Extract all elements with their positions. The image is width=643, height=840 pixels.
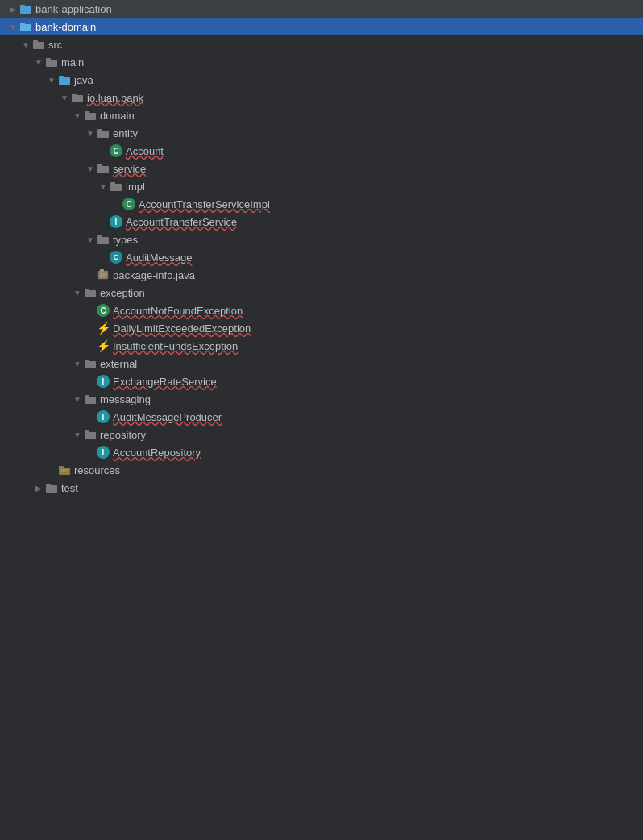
- tree-row-AccountTransferServiceImpl[interactable]: C AccountTransferServiceImpl: [0, 195, 643, 213]
- label-domain: domain: [100, 110, 135, 122]
- svg-rect-2: [20, 24, 31, 31]
- label-src: src: [48, 39, 62, 51]
- arrow-src[interactable]: [19, 38, 32, 51]
- folder-icon-entity: [97, 127, 110, 139]
- svg-rect-3: [20, 23, 25, 25]
- arrow-impl[interactable]: [97, 180, 110, 193]
- badge-AuditMessage: C: [110, 251, 122, 264]
- arrow-bank-domain[interactable]: [6, 20, 19, 33]
- badge-Account: C: [110, 144, 122, 157]
- folder-icon-repository: [84, 428, 97, 441]
- svg-rect-39: [46, 484, 51, 486]
- folder-icon-src: [32, 38, 45, 51]
- svg-rect-30: [85, 397, 96, 404]
- label-AuditMessageProducer: AuditMessageProducer: [113, 411, 222, 423]
- tree-row-AuditMessage[interactable]: C AuditMessage: [0, 248, 643, 266]
- arrow-entity[interactable]: [84, 127, 97, 139]
- badge-DailyLimitExceededException: ⚡: [97, 322, 110, 335]
- svg-rect-31: [85, 395, 89, 397]
- tree-row-java[interactable]: java: [0, 71, 643, 89]
- label-InsufficientFundsException: InsufficientFundsException: [113, 340, 238, 352]
- tree-row-messaging[interactable]: messaging: [0, 390, 643, 408]
- arrow-messaging[interactable]: [71, 393, 84, 405]
- tree-row-DailyLimitExceededException[interactable]: ⚡ DailyLimitExceededException: [0, 319, 643, 337]
- label-AccountRepository: AccountRepository: [113, 447, 201, 459]
- tree-row-ExchangeRateService[interactable]: I ExchangeRateService: [0, 372, 643, 390]
- arrow-service[interactable]: [84, 162, 97, 175]
- svg-rect-26: [85, 290, 96, 297]
- tree-row-Account[interactable]: C Account: [0, 142, 643, 160]
- tree-row-external[interactable]: external: [0, 355, 643, 372]
- tree-row-main[interactable]: main: [0, 53, 643, 71]
- folder-icon-impl: [110, 180, 122, 193]
- svg-rect-33: [85, 430, 89, 433]
- arrow-domain[interactable]: [71, 109, 84, 122]
- svg-rect-10: [72, 95, 83, 102]
- folder-icon-main: [45, 56, 58, 69]
- tree-row-AuditMessageProducer[interactable]: I AuditMessageProducer: [0, 408, 643, 426]
- label-AuditMessage: AuditMessage: [126, 252, 192, 264]
- label-external: external: [100, 358, 137, 370]
- tree-row-AccountNotFoundException[interactable]: C AccountNotFoundException: [0, 301, 643, 319]
- label-messaging: messaging: [100, 393, 151, 405]
- tree-row-types[interactable]: types: [0, 231, 643, 248]
- tree-row-io-luan-bank[interactable]: io.luan.bank: [0, 89, 643, 106]
- svg-rect-5: [33, 40, 38, 43]
- tree-row-test[interactable]: test: [0, 479, 643, 497]
- label-main: main: [61, 56, 84, 69]
- tree-row-bank-application[interactable]: bank-application: [0, 0, 643, 18]
- label-exception: exception: [100, 287, 145, 299]
- svg-rect-28: [85, 361, 96, 368]
- svg-rect-27: [85, 289, 89, 291]
- tree-row-resources[interactable]: resources: [0, 461, 643, 479]
- arrow-repository[interactable]: [71, 428, 84, 441]
- tree-row-impl[interactable]: impl: [0, 177, 643, 195]
- tree-row-src[interactable]: src: [0, 35, 643, 53]
- label-java: java: [74, 74, 93, 86]
- tree-row-package-info[interactable]: package-info.java: [0, 266, 643, 284]
- label-Account: Account: [126, 145, 164, 157]
- folder-icon-messaging: [84, 393, 97, 405]
- label-types: types: [113, 234, 138, 246]
- label-AccountNotFoundException: AccountNotFoundException: [113, 305, 243, 317]
- arrow-external[interactable]: [71, 357, 84, 370]
- tree-row-InsufficientFundsException[interactable]: ⚡ InsufficientFundsException: [0, 337, 643, 355]
- label-ExchangeRateService: ExchangeRateService: [113, 376, 217, 388]
- arrow-java[interactable]: [45, 73, 58, 86]
- arrow-test[interactable]: [32, 481, 45, 494]
- tree-row-AccountTransferService[interactable]: I AccountTransferService: [0, 213, 643, 231]
- svg-rect-9: [59, 76, 64, 78]
- badge-AccountNotFoundException: C: [97, 304, 110, 317]
- tree-row-entity[interactable]: entity: [0, 124, 643, 142]
- label-AccountTransferServiceImpl: AccountTransferServiceImpl: [139, 198, 270, 210]
- svg-rect-21: [97, 235, 102, 238]
- tree-row-domain[interactable]: domain: [0, 106, 643, 124]
- tree-row-exception[interactable]: exception: [0, 284, 643, 301]
- svg-rect-8: [59, 77, 70, 85]
- tree-row-repository[interactable]: repository: [0, 426, 643, 443]
- arrow-types[interactable]: [84, 233, 97, 246]
- folder-icon-exception: [84, 286, 97, 299]
- label-bank-domain: bank-domain: [35, 21, 96, 33]
- folder-icon-external: [84, 357, 97, 370]
- arrow-io-luan-bank[interactable]: [58, 91, 71, 104]
- svg-rect-7: [46, 58, 51, 60]
- badge-AccountTransferServiceImpl: C: [122, 198, 135, 210]
- svg-rect-19: [110, 182, 115, 185]
- svg-rect-6: [46, 60, 57, 67]
- folder-icon-io-luan-bank: [71, 91, 84, 104]
- label-DailyLimitExceededException: DailyLimitExceededException: [113, 322, 251, 335]
- svg-rect-18: [110, 184, 122, 191]
- arrow-exception[interactable]: [71, 286, 84, 299]
- label-AccountTransferService: AccountTransferService: [126, 216, 237, 228]
- label-io-luan-bank: io.luan.bank: [87, 92, 143, 104]
- tree-row-AccountRepository[interactable]: I AccountRepository: [0, 443, 643, 461]
- label-repository: repository: [100, 429, 146, 441]
- svg-rect-12: [85, 113, 96, 120]
- tree-row-service[interactable]: service: [0, 160, 643, 177]
- tree-row-bank-domain[interactable]: bank-domain: [0, 18, 643, 35]
- arrow-bank-application[interactable]: [6, 2, 19, 15]
- arrow-main[interactable]: [32, 56, 45, 69]
- folder-icon-test: [45, 481, 58, 494]
- svg-rect-13: [85, 111, 89, 114]
